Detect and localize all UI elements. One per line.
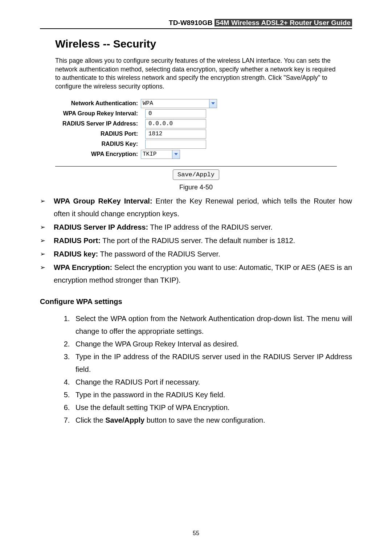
figure-screenshot: Wireless -- Security This page allows yo… <box>55 38 337 180</box>
radius-ip-value: 0.0.0.0 <box>148 120 173 127</box>
step-item: Change the RADIUS Port if necessary. <box>72 376 352 389</box>
step-item: Type in the password in the RADIUS Key f… <box>72 389 352 401</box>
rekey-interval-input[interactable]: 0 <box>145 109 206 118</box>
step-item: Select the WPA option from the Network A… <box>72 312 352 338</box>
section-heading: Configure WPA settings <box>40 297 352 306</box>
save-apply-button[interactable]: Save/Apply <box>173 169 219 180</box>
label-rekey-interval: WPA Group Rekey Interval: <box>55 110 141 117</box>
bullet-list: ➢ WPA Group ReKey Interval: Enter the Ke… <box>40 195 352 287</box>
step-item: Change the WPA Group Rekey Interval as d… <box>72 338 352 350</box>
bullet-item: ➢ RADIUS Port: The port of the RADIUS se… <box>40 234 352 247</box>
radius-port-value: 1812 <box>148 131 162 137</box>
divider <box>55 166 337 167</box>
bullet-arrow-icon: ➢ <box>40 221 54 234</box>
label-radius-ip: RADIUS Server IP Address: <box>55 120 141 127</box>
chevron-down-icon <box>172 150 180 159</box>
radius-port-input[interactable]: 1812 <box>145 130 206 139</box>
doc-header: TD-W8910GB 54M Wireless ADSL2+ Router Us… <box>40 19 352 29</box>
bullet-arrow-icon: ➢ <box>40 195 54 220</box>
step-item: Type in the IP address of the RADIUS ser… <box>72 350 352 376</box>
step-item: Click the Save/Apply button to save the … <box>72 414 352 427</box>
wpa-encryption-value: TKIP <box>143 151 156 157</box>
model-number: TD-W8910GB <box>169 19 212 26</box>
bullet-arrow-icon: ➢ <box>40 261 54 287</box>
network-auth-value: WPA <box>143 100 153 107</box>
radius-key-input[interactable] <box>145 140 206 149</box>
radius-ip-input[interactable]: 0.0.0.0 <box>145 119 206 128</box>
doc-title: 54M Wireless ADSL2+ Router User Guide <box>215 19 352 26</box>
page-number: 55 <box>0 530 392 537</box>
chevron-down-icon <box>209 99 217 108</box>
bullet-item: ➢ RADIUS Server IP Address: The IP addre… <box>40 221 352 234</box>
bullet-arrow-icon: ➢ <box>40 248 54 260</box>
label-wpa-encryption: WPA Encryption: <box>55 151 141 157</box>
label-network-auth: Network Authentication: <box>55 100 141 107</box>
bullet-item: ➢ WPA Encryption: Select the encryption … <box>40 261 352 287</box>
bullet-item: ➢ WPA Group ReKey Interval: Enter the Ke… <box>40 195 352 220</box>
rekey-interval-value: 0 <box>148 110 152 117</box>
figure-description: This page allows you to configure securi… <box>55 57 337 91</box>
figure-caption: Figure 4-50 <box>40 184 352 191</box>
step-item: Use the default setting TKIP of WPA Encr… <box>72 401 352 414</box>
bullet-arrow-icon: ➢ <box>40 234 54 247</box>
network-auth-select[interactable]: WPA <box>141 99 217 108</box>
bullet-item: ➢ RADIUS key: The password of the RADIUS… <box>40 248 352 260</box>
steps-list: Select the WPA option from the Network A… <box>40 312 352 427</box>
label-radius-port: RADIUS Port: <box>55 131 141 137</box>
figure-heading: Wireless -- Security <box>55 38 337 50</box>
wpa-encryption-select[interactable]: TKIP <box>141 150 180 159</box>
label-radius-key: RADIUS Key: <box>55 141 141 147</box>
